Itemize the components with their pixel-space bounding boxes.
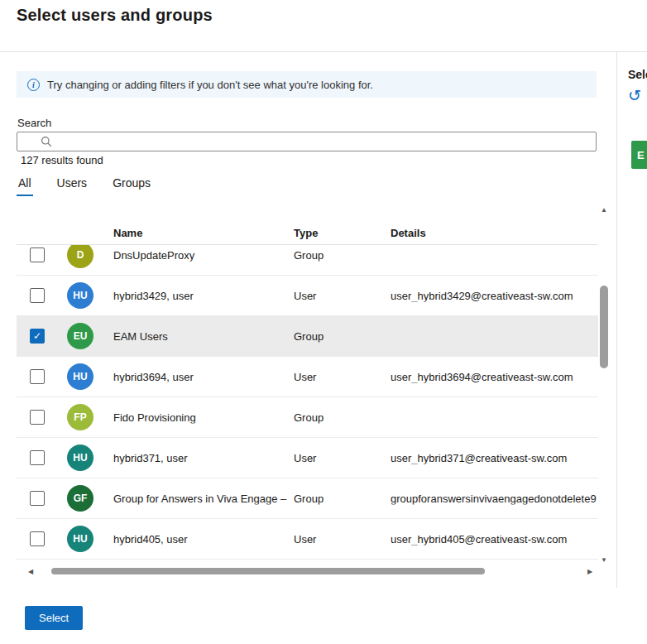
column-header-details: Details — [391, 227, 426, 239]
row-details: user_hybrid3694@creativeast-sw.com — [391, 371, 598, 383]
info-icon: i — [27, 79, 40, 91]
row-name: hybrid405, user — [113, 533, 290, 545]
row-details: groupforanswersinvivaengagedonotdelete9 — [391, 493, 598, 505]
results-count: 127 results found — [21, 154, 103, 166]
title-divider — [0, 51, 647, 52]
horizontal-scrollbar[interactable]: ◀ ▶ — [25, 565, 596, 577]
table-row[interactable]: GF Group for Answers in Viva Engage – Gr… — [17, 478, 598, 519]
column-header-name: Name — [113, 227, 142, 239]
avatar: GF — [67, 485, 93, 512]
row-checkbox[interactable] — [30, 531, 45, 546]
row-details: user_hybrid3429@creativeast-sw.com — [391, 290, 598, 302]
scroll-right-icon[interactable]: ▶ — [584, 565, 596, 577]
table-body-clip: D DnsUpdateProxy Group HU hybrid3429, us… — [17, 245, 598, 565]
vertical-scrollbar[interactable]: ▲ ▼ — [598, 204, 610, 565]
avatar: HU — [67, 363, 93, 390]
row-checkbox[interactable] — [30, 248, 45, 262]
avatar: EU — [67, 323, 93, 349]
scroll-up-icon[interactable]: ▲ — [598, 204, 610, 215]
table-body: D DnsUpdateProxy Group HU hybrid3429, us… — [17, 245, 598, 560]
row-checkbox[interactable] — [30, 491, 45, 506]
tab-users[interactable]: Users — [55, 175, 89, 196]
info-banner: i Try changing or adding filters if you … — [17, 71, 597, 98]
row-name: hybrid3694, user — [113, 371, 290, 383]
table-row[interactable]: D DnsUpdateProxy Group — [17, 245, 598, 276]
row-checkbox[interactable] — [30, 369, 45, 384]
row-type: Group — [294, 411, 385, 424]
scroll-left-icon[interactable]: ◀ — [25, 565, 36, 577]
table-row[interactable]: ✓ EU EAM Users Group — [17, 316, 598, 357]
row-details: user_hybrid405@creativeast-sw.com — [391, 533, 598, 545]
row-checkbox[interactable]: ✓ — [30, 329, 45, 344]
table-row[interactable]: HU hybrid3694, user User user_hybrid3694… — [17, 357, 598, 397]
banner-text: Try changing or adding filters if you do… — [47, 79, 373, 91]
row-name: DnsUpdateProxy — [113, 249, 290, 262]
avatar: D — [67, 245, 93, 268]
row-details: user_hybrid371@creativeast-sw.com — [391, 452, 598, 464]
avatar: HU — [67, 282, 93, 309]
avatar: HU — [67, 445, 93, 471]
row-type: User — [294, 371, 385, 383]
selected-item-avatar: E — [631, 141, 647, 169]
table-header: Name Type Details — [17, 204, 598, 245]
panel-divider — [616, 51, 617, 588]
page-title: Select users and groups — [17, 6, 213, 25]
undo-icon[interactable]: ↺ — [628, 88, 641, 103]
row-type: Group — [294, 493, 385, 505]
row-name: Group for Answers in Viva Engage – — [113, 493, 290, 505]
row-name: hybrid3429, user — [113, 290, 290, 302]
vertical-scroll-thumb[interactable] — [600, 286, 608, 368]
tab-groups[interactable]: Groups — [111, 175, 152, 196]
search-box[interactable] — [17, 132, 597, 151]
scroll-down-icon[interactable]: ▼ — [598, 554, 610, 565]
row-checkbox[interactable] — [30, 410, 45, 425]
row-type: User — [294, 452, 385, 464]
selected-items-title: Sele — [628, 68, 647, 81]
row-name: hybrid371, user — [113, 452, 290, 464]
tabs: All Users Groups — [17, 175, 152, 196]
row-type: User — [294, 533, 385, 545]
search-label: Search — [17, 117, 51, 129]
avatar: HU — [67, 526, 93, 552]
row-type: Group — [294, 330, 385, 343]
table-row[interactable]: HU hybrid371, user User user_hybrid371@c… — [17, 438, 598, 478]
row-name: Fido Provisioning — [113, 411, 290, 424]
horizontal-scroll-thumb[interactable] — [51, 568, 485, 574]
row-type: Group — [294, 249, 385, 262]
table-row[interactable]: HU hybrid405, user User user_hybrid405@c… — [17, 519, 598, 560]
search-icon — [41, 136, 52, 147]
row-checkbox[interactable] — [30, 288, 45, 303]
row-checkbox[interactable] — [30, 450, 45, 465]
column-header-type: Type — [294, 227, 318, 239]
avatar: FP — [67, 404, 93, 430]
select-button[interactable]: Select — [25, 606, 83, 630]
row-name: EAM Users — [113, 330, 290, 343]
search-input[interactable] — [52, 132, 596, 151]
table-row[interactable]: HU hybrid3429, user User user_hybrid3429… — [17, 276, 598, 316]
results-table: Name Type Details D DnsUpdateProxy Group… — [17, 204, 610, 577]
row-type: User — [294, 290, 385, 302]
table-row[interactable]: FP Fido Provisioning Group — [17, 397, 598, 438]
tab-all[interactable]: All — [17, 175, 33, 196]
